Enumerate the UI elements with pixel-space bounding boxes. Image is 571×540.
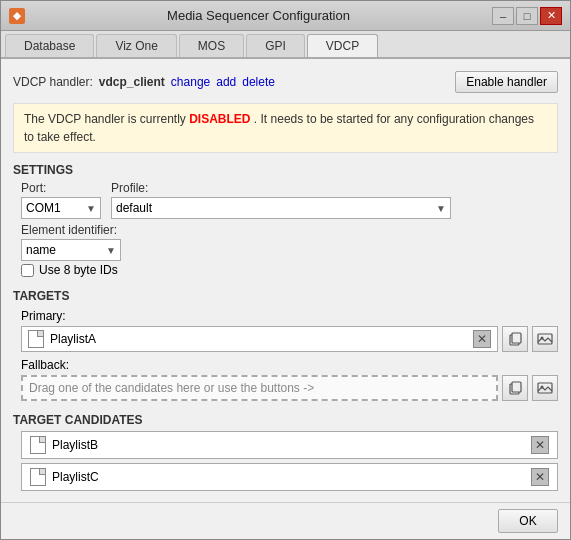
close-button[interactable]: ✕ xyxy=(540,7,562,25)
candidate-1-remove-button[interactable]: ✕ xyxy=(531,468,549,486)
primary-copy-button[interactable] xyxy=(502,326,528,352)
window-controls: – □ ✕ xyxy=(492,7,562,25)
enable-handler-button[interactable]: Enable handler xyxy=(455,71,558,93)
profile-value: default xyxy=(116,201,152,215)
tab-viz-one[interactable]: Viz One xyxy=(96,34,176,57)
profile-label: Profile: xyxy=(111,181,451,195)
primary-group: Primary: PlaylistA ✕ xyxy=(21,309,558,352)
primary-clear-button[interactable]: ✕ xyxy=(473,330,491,348)
element-group: Element identifier: name ▼ xyxy=(21,223,121,261)
tab-database[interactable]: Database xyxy=(5,34,94,57)
element-value: name xyxy=(26,243,56,257)
port-label: Port: xyxy=(21,181,101,195)
element-select[interactable]: name ▼ xyxy=(21,239,121,261)
settings-section: SETTINGS Port: COM1 ▼ Profile: default ▼ xyxy=(13,159,558,277)
use-8byte-ids-label: Use 8 byte IDs xyxy=(39,263,118,277)
add-link[interactable]: add xyxy=(216,75,236,89)
fallback-label: Fallback: xyxy=(21,358,558,372)
primary-image-button[interactable] xyxy=(532,326,558,352)
handler-label: VDCP handler: xyxy=(13,75,93,89)
main-window: ◆ Media Sequencer Configuration – □ ✕ Da… xyxy=(0,0,571,540)
candidate-1-doc-icon xyxy=(30,468,46,486)
fallback-row: Drag one of the candidates here or use t… xyxy=(21,375,558,401)
fallback-placeholder: Drag one of the candidates here or use t… xyxy=(29,381,314,395)
footer: OK xyxy=(1,502,570,539)
svg-rect-1 xyxy=(512,333,521,343)
profile-group: Profile: default ▼ xyxy=(111,181,451,219)
warning-box: The VDCP handler is currently DISABLED .… xyxy=(13,103,558,153)
checkbox-row: Use 8 byte IDs xyxy=(21,263,558,277)
nav-tabs: Database Viz One MOS GPI VDCP xyxy=(1,31,570,59)
svg-rect-5 xyxy=(512,382,521,392)
fallback-copy-button[interactable] xyxy=(502,375,528,401)
candidate-item-1: PlaylistC ✕ xyxy=(21,463,558,491)
fallback-input[interactable]: Drag one of the candidates here or use t… xyxy=(21,375,498,401)
disabled-status: DISABLED xyxy=(189,112,250,126)
handler-name: vdcp_client xyxy=(99,75,165,89)
use-8byte-ids-checkbox[interactable] xyxy=(21,264,34,277)
profile-dropdown-arrow: ▼ xyxy=(436,203,446,214)
primary-label: Primary: xyxy=(21,309,558,323)
port-value: COM1 xyxy=(26,201,61,215)
port-dropdown-arrow: ▼ xyxy=(86,203,96,214)
ok-button[interactable]: OK xyxy=(498,509,558,533)
element-label: Element identifier: xyxy=(21,223,121,237)
targets-section: TARGETS Primary: PlaylistA ✕ xyxy=(13,285,558,401)
title-bar: ◆ Media Sequencer Configuration – □ ✕ xyxy=(1,1,570,31)
primary-value: PlaylistA xyxy=(50,332,96,346)
primary-row: PlaylistA ✕ xyxy=(21,326,558,352)
element-dropdown-arrow: ▼ xyxy=(106,245,116,256)
candidates-section: TARGET CANDIDATES PlaylistB ✕ PlaylistC … xyxy=(13,409,558,491)
profile-select[interactable]: default ▼ xyxy=(111,197,451,219)
delete-link[interactable]: delete xyxy=(242,75,275,89)
port-select[interactable]: COM1 ▼ xyxy=(21,197,101,219)
candidate-0-label: PlaylistB xyxy=(52,438,98,452)
minimize-button[interactable]: – xyxy=(492,7,514,25)
window-title: Media Sequencer Configuration xyxy=(25,8,492,23)
candidate-item-0: PlaylistB ✕ xyxy=(21,431,558,459)
restore-button[interactable]: □ xyxy=(516,7,538,25)
svg-rect-6 xyxy=(538,383,552,393)
primary-doc-icon xyxy=(28,330,44,348)
settings-label: SETTINGS xyxy=(13,163,558,177)
fallback-image-button[interactable] xyxy=(532,375,558,401)
primary-input: PlaylistA ✕ xyxy=(21,326,498,352)
candidate-0-doc-icon xyxy=(30,436,46,454)
tab-vdcp[interactable]: VDCP xyxy=(307,34,378,57)
handler-row: VDCP handler: vdcp_client change add del… xyxy=(13,67,558,97)
candidate-0-remove-button[interactable]: ✕ xyxy=(531,436,549,454)
targets-label: TARGETS xyxy=(13,289,558,303)
svg-rect-2 xyxy=(538,334,552,344)
tab-mos[interactable]: MOS xyxy=(179,34,244,57)
app-icon: ◆ xyxy=(9,8,25,24)
change-link[interactable]: change xyxy=(171,75,210,89)
candidate-1-label: PlaylistC xyxy=(52,470,99,484)
warning-prefix: The VDCP handler is currently xyxy=(24,112,189,126)
tab-gpi[interactable]: GPI xyxy=(246,34,305,57)
content-area: VDCP handler: vdcp_client change add del… xyxy=(1,59,570,502)
port-group: Port: COM1 ▼ xyxy=(21,181,101,219)
fallback-group: Fallback: Drag one of the candidates her… xyxy=(21,358,558,401)
candidates-label: TARGET CANDIDATES xyxy=(13,413,558,427)
handler-links: change add delete xyxy=(171,75,275,89)
